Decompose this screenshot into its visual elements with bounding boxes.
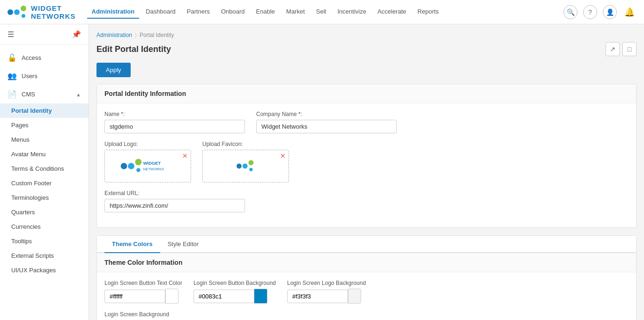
theme-colors-card: Theme Colors Style Editor Theme Color In… xyxy=(96,235,637,320)
svg-point-13 xyxy=(249,168,252,171)
nav-onboard[interactable]: Onboard xyxy=(216,5,250,19)
login-btn-text-label: Login Screen Button Text Color xyxy=(104,280,182,286)
breadcrumb-current: Portal Identity xyxy=(140,32,174,38)
upload-row: Upload Logo: WIDGET NETWORKS xyxy=(104,141,629,182)
portal-identity-card: Portal Identity Information Name *: Comp… xyxy=(96,84,637,228)
login-logo-bg-input-wrap xyxy=(287,289,366,304)
apply-section: Apply xyxy=(96,63,637,77)
sidebar-item-quarters[interactable]: Quarters xyxy=(0,205,89,219)
external-url-input[interactable] xyxy=(104,199,245,212)
theme-color-card-header: Theme Color Information xyxy=(97,253,636,272)
svg-point-1 xyxy=(14,9,20,15)
company-group: Company Name *: xyxy=(256,111,397,133)
nav-sell[interactable]: Sell xyxy=(311,5,331,19)
login-logo-bg-group: Login Screen Logo Background xyxy=(287,280,366,304)
main-layout: ☰ 📌 🔓 Access 👥 Users 📄 CMS ▲ Portal Iden… xyxy=(0,24,644,320)
cms-submenu: Portal Identity Pages Menus Avatar Menu … xyxy=(0,103,89,277)
sidebar: ☰ 📌 🔓 Access 👥 Users 📄 CMS ▲ Portal Iden… xyxy=(0,24,89,320)
search-button[interactable]: 🔍 xyxy=(563,5,577,19)
users-label: Users xyxy=(22,73,37,80)
nav-enable[interactable]: Enable xyxy=(252,5,280,19)
nav-accelerate[interactable]: Accelerate xyxy=(373,5,411,19)
login-btn-text-group: Login Screen Button Text Color xyxy=(104,280,182,304)
logo-upload-group: Upload Logo: WIDGET NETWORKS xyxy=(104,141,191,182)
favicon-upload-area[interactable]: ✕ xyxy=(202,150,289,182)
nav-administration[interactable]: Administration xyxy=(87,5,140,19)
users-icon: 👥 xyxy=(7,72,17,80)
sidebar-item-portal-identity[interactable]: Portal Identity xyxy=(0,103,89,118)
nav-market[interactable]: Market xyxy=(281,5,310,19)
logo-remove-button[interactable]: ✕ xyxy=(182,152,188,160)
sidebar-item-external-scripts[interactable]: External Scripts xyxy=(0,248,89,263)
login-logo-bg-swatch[interactable] xyxy=(348,289,361,304)
apply-button[interactable]: Apply xyxy=(96,63,131,77)
page-title: Edit Portal Identity xyxy=(96,44,171,54)
login-btn-bg-group: Login Screen Button Background xyxy=(193,280,276,304)
help-button[interactable]: ? xyxy=(583,5,597,19)
sidebar-item-terms[interactable]: Terms & Conditions xyxy=(0,161,89,176)
profile-button[interactable]: 👤 xyxy=(603,5,617,19)
tab-theme-colors[interactable]: Theme Colors xyxy=(104,236,160,253)
external-url-row: External URL: xyxy=(104,190,629,212)
name-input[interactable] xyxy=(104,120,245,133)
cms-chevron-icon: ▲ xyxy=(76,92,81,97)
fullscreen-button[interactable]: □ xyxy=(622,42,637,56)
login-logo-bg-input[interactable] xyxy=(287,290,348,303)
pin-icon[interactable]: 📌 xyxy=(72,30,81,39)
notification-bell[interactable]: 🔔 xyxy=(622,5,637,19)
login-btn-bg-input[interactable] xyxy=(193,290,254,303)
login-btn-bg-swatch[interactable] xyxy=(254,289,267,304)
cms-header[interactable]: 📄 CMS ▲ xyxy=(0,85,89,103)
nav-dashboard[interactable]: Dashboard xyxy=(141,5,180,19)
name-label: Name *: xyxy=(104,111,245,117)
breadcrumb-separator: 〉 xyxy=(135,32,137,38)
svg-point-10 xyxy=(237,164,242,169)
login-btn-bg-input-wrap xyxy=(193,289,276,304)
upload-logo-label: Upload Logo: xyxy=(104,141,191,147)
favicon-upload-group: Upload Favicon: ✕ xyxy=(202,141,289,182)
favicon-remove-button[interactable]: ✕ xyxy=(280,152,286,160)
logo-preview: WIDGET NETWORKS xyxy=(120,157,176,175)
popout-button[interactable]: ↗ xyxy=(606,42,620,56)
logo-text: WIDGETNETWORKS xyxy=(31,4,76,20)
svg-point-4 xyxy=(120,163,127,169)
company-input[interactable] xyxy=(256,120,397,133)
top-nav: WIDGETNETWORKS Administration Dashboard … xyxy=(0,0,644,24)
nav-incentivize[interactable]: Incentivize xyxy=(333,5,370,19)
sidebar-item-users[interactable]: 👥 Users xyxy=(0,67,89,85)
company-label: Company Name *: xyxy=(256,111,397,117)
sidebar-item-tooltips[interactable]: Tooltips xyxy=(0,234,89,248)
sidebar-item-pages[interactable]: Pages xyxy=(0,118,89,132)
svg-point-7 xyxy=(136,168,141,172)
nav-partners[interactable]: Partners xyxy=(182,5,215,19)
tab-style-editor[interactable]: Style Editor xyxy=(160,236,206,253)
login-btn-text-swatch[interactable] xyxy=(165,289,178,304)
sidebar-item-menus[interactable]: Menus xyxy=(0,132,89,147)
svg-point-0 xyxy=(7,9,13,15)
svg-point-12 xyxy=(248,160,253,165)
sidebar-item-custom-footer[interactable]: Custom Footer xyxy=(0,176,89,190)
breadcrumb-parent[interactable]: Administration xyxy=(96,32,132,38)
sidebar-item-terminologies[interactable]: Terminologies xyxy=(0,190,89,205)
login-btn-text-input-wrap xyxy=(104,289,182,304)
sidebar-item-access[interactable]: 🔓 Access xyxy=(0,49,89,67)
name-company-row: Name *: Company Name *: xyxy=(104,111,629,133)
nav-reports[interactable]: Reports xyxy=(413,5,444,19)
page-title-row: Edit Portal Identity ↗ □ xyxy=(96,42,637,56)
login-logo-bg-label: Login Screen Logo Background xyxy=(287,280,366,286)
cms-label: CMS xyxy=(22,91,35,98)
login-btn-bg-label: Login Screen Button Background xyxy=(193,280,276,286)
portal-identity-card-header: Portal Identity Information xyxy=(97,84,636,103)
svg-point-11 xyxy=(242,164,247,169)
hamburger-icon[interactable]: ☰ xyxy=(7,30,14,39)
sidebar-item-currencies[interactable]: Currencies xyxy=(0,219,89,234)
theme-color-card-body: Login Screen Button Text Color Login Scr… xyxy=(97,272,636,320)
logo-area: WIDGETNETWORKS xyxy=(7,4,76,20)
login-btn-text-input[interactable] xyxy=(104,290,165,303)
sidebar-item-uiux-packages[interactable]: UI/UX Packages xyxy=(0,263,89,277)
name-group: Name *: xyxy=(104,111,245,133)
external-url-group: External URL: xyxy=(104,190,245,212)
external-url-label: External URL: xyxy=(104,190,245,196)
logo-upload-area[interactable]: WIDGET NETWORKS ✕ xyxy=(104,150,191,182)
sidebar-item-avatar-menu[interactable]: Avatar Menu xyxy=(0,147,89,161)
